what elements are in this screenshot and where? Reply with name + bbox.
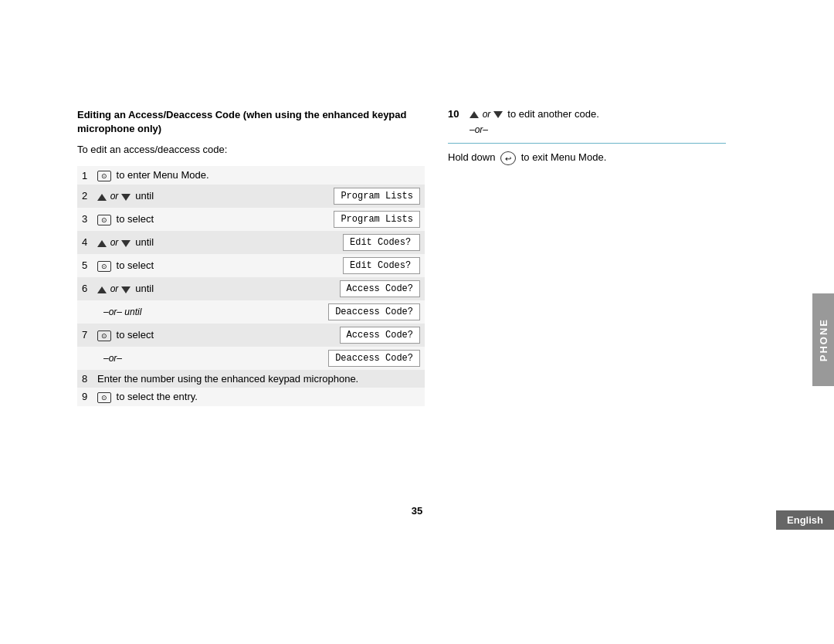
arrow-up-icon <box>97 194 107 201</box>
step-display: Program Lists <box>334 188 420 205</box>
left-column: Editing an Access/Deaccess Code (when us… <box>77 108 425 406</box>
step-10-number: 10 <box>448 108 470 120</box>
step-number <box>77 300 93 324</box>
section-title: Editing an Access/Deaccess Code (when us… <box>77 108 425 136</box>
step-desc: or until <box>93 277 247 300</box>
step-desc: ⊙ to select <box>93 208 247 231</box>
step-10-row: 10 or to edit another code. <box>448 108 726 120</box>
step-number: 3 <box>77 208 93 231</box>
table-row: 8 Enter the number using the enhanced ke… <box>77 370 425 388</box>
table-row: 2 or until Program Lists <box>77 185 425 208</box>
arrow-up-icon <box>97 286 107 293</box>
table-row: 7 ⊙ to select Access Code? <box>77 324 425 347</box>
table-row: 1 ⊙ to enter Menu Mode. <box>77 166 425 185</box>
or-text: or <box>110 283 121 294</box>
step-desc: or until <box>93 185 247 208</box>
step-display: Access Code? <box>340 327 420 344</box>
step-display: Program Lists <box>334 211 420 228</box>
arrow-up-icon <box>470 111 479 118</box>
step-desc: ⊙ to enter Menu Mode. <box>93 166 247 185</box>
arrow-down-icon <box>121 194 131 201</box>
english-badge: English <box>776 510 834 530</box>
step-display-cell: Edit Codes? <box>247 254 425 277</box>
step-desc: ⊙ to select <box>93 324 247 347</box>
step-display: Deaccess Code? <box>328 350 420 367</box>
step-number: 8 <box>77 370 93 388</box>
or-dash: –or– until <box>97 307 141 317</box>
steps-table: 1 ⊙ to enter Menu Mode. 2 or until <box>77 166 425 405</box>
step-desc: or until <box>93 231 247 254</box>
step-display-cell: Edit Codes? <box>247 231 425 254</box>
step-display-cell: Deaccess Code? <box>247 347 425 370</box>
arrow-up-icon <box>97 240 107 247</box>
step-desc: –or– until <box>93 300 247 324</box>
step-display-cell: Program Lists <box>247 208 425 231</box>
phone-tab-label: PHONE <box>818 318 829 361</box>
step-number: 4 <box>77 231 93 254</box>
table-row: 4 or until Edit Codes? <box>77 231 425 254</box>
step-display: Access Code? <box>340 280 420 297</box>
step-display-cell: Program Lists <box>247 185 425 208</box>
or-text: or <box>483 109 493 120</box>
step-desc: –or– <box>93 347 247 370</box>
step-desc: ⊙ to select <box>93 254 247 277</box>
menu-icon: ⊙ <box>97 171 111 181</box>
step-number: 9 <box>77 388 93 406</box>
page-number: 35 <box>412 505 422 517</box>
menu-icon: ⊙ <box>97 330 111 341</box>
hold-down-row: Hold down ↩ to exit Menu Mode. <box>448 151 726 165</box>
step-display: Edit Codes? <box>343 234 420 251</box>
step-desc: ⊙ to select the entry. <box>93 388 425 406</box>
table-row: 9 ⊙ to select the entry. <box>77 388 425 406</box>
step-number: 7 <box>77 324 93 347</box>
step-display-cell: Deaccess Code? <box>247 300 425 324</box>
step-display: Deaccess Code? <box>328 303 420 320</box>
menu-icon: ⊙ <box>97 261 111 272</box>
table-row: –or– until Deaccess Code? <box>77 300 425 324</box>
hold-prefix: Hold down <box>448 151 495 163</box>
table-row: 5 ⊙ to select Edit Codes? <box>77 254 425 277</box>
step-display-cell: Access Code? <box>247 324 425 347</box>
separator-line <box>448 143 726 144</box>
arrow-down-icon <box>121 286 131 293</box>
menu-icon: ⊙ <box>97 392 111 403</box>
or-separator: –or– <box>470 124 726 135</box>
arrow-down-icon <box>493 111 503 118</box>
phone-tab: PHONE <box>812 293 834 386</box>
step-display: Edit Codes? <box>343 257 420 274</box>
step-desc: Enter the number using the enhanced keyp… <box>93 370 425 388</box>
table-row: 6 or until Access Code? <box>77 277 425 300</box>
table-row: –or– Deaccess Code? <box>77 347 425 370</box>
step-10-content: or to edit another code. <box>470 108 726 120</box>
hold-icon: ↩ <box>500 151 516 165</box>
page-container: PHONE English 35 Editing an Access/Deacc… <box>0 0 834 644</box>
step-display-cell <box>247 166 425 185</box>
arrow-down-icon <box>121 240 131 247</box>
subtitle: To edit an access/deaccess code: <box>77 144 425 155</box>
menu-icon: ⊙ <box>97 215 111 225</box>
right-column: 10 or to edit another code. –or– Hold do… <box>448 108 726 165</box>
or-text: or <box>110 191 121 202</box>
or-dash: –or– <box>97 353 122 364</box>
step-number <box>77 347 93 370</box>
or-text: or <box>110 237 121 248</box>
step-number: 6 <box>77 277 93 300</box>
step-10-desc: to edit another code. <box>507 108 599 120</box>
table-row: 3 ⊙ to select Program Lists <box>77 208 425 231</box>
hold-desc: to exit Menu Mode. <box>521 151 607 163</box>
step-display-cell: Access Code? <box>247 277 425 300</box>
step-number: 2 <box>77 185 93 208</box>
step-number: 5 <box>77 254 93 277</box>
step-number: 1 <box>77 166 93 185</box>
